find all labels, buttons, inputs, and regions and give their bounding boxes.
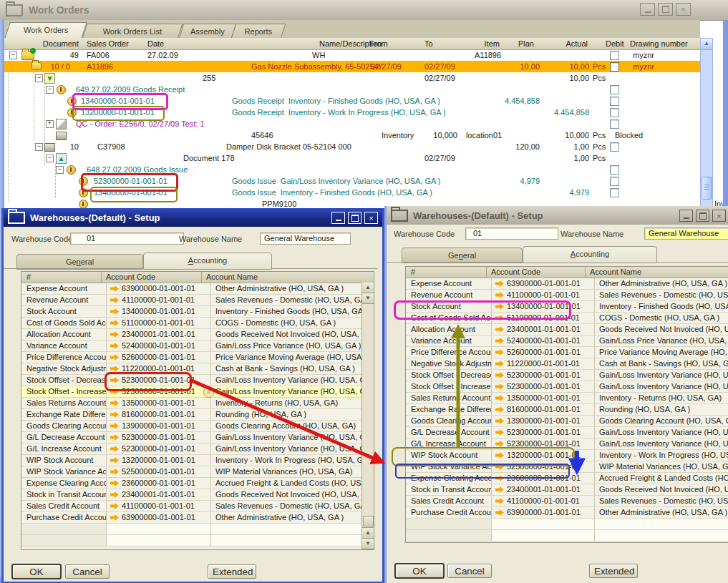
wo-row-document-178[interactable]: − ▲ Document 178 02/27/09 1,00 Pcs [4,152,700,164]
minimize-icon[interactable] [679,210,693,222]
link-arrow-icon[interactable] [495,452,504,459]
collapse-icon[interactable]: − [46,86,54,94]
extended-button[interactable]: Extended [589,564,638,578]
debit-checkbox[interactable] [610,97,619,106]
account-code-cell[interactable]: 63900000-01-001-01 [492,278,595,289]
link-arrow-icon[interactable] [110,308,119,315]
link-arrow-icon[interactable] [110,514,119,521]
warehouse-name-field[interactable]: General Warehouse [260,232,351,245]
account-row[interactable]: Expense Clearing Account 23600000-01-001… [21,478,362,489]
account-code-cell[interactable]: 52300000-01-001-01 [107,375,211,386]
link-arrow-icon[interactable] [495,383,504,390]
account-code-cell[interactable]: 52600000-01-001-01 [492,347,595,358]
account-code-cell[interactable]: 52400000-01-001-01 [492,335,595,346]
link-arrow-icon[interactable] [495,486,504,493]
account-code-cell[interactable]: 51100000-01-001-01 [492,313,595,323]
work-orders-scrollbar[interactable]: ▲ [700,38,713,209]
account-row[interactable]: Price Difference Account 52600000-01-001… [21,352,362,363]
account-row[interactable]: Goods Clearing Account 13900000-01-001-0… [21,421,362,432]
scrollbar-thumb[interactable] [702,177,712,200]
account-code-cell[interactable]: 52300000-01-001-01 [492,427,595,438]
account-code-cell[interactable]: 52600000-01-001-01 [107,352,211,363]
account-code-cell[interactable]: 52300000-01-001-01 [492,381,595,392]
link-arrow-icon[interactable] [110,388,119,395]
account-code-cell[interactable]: 52300000-01-001-01 [107,432,211,443]
link-arrow-icon[interactable] [110,480,119,486]
account-code-cell[interactable]: 63900000-01-001-01 [107,283,211,294]
scroll-up-icon[interactable]: ▲ [701,39,712,50]
wo-row-gr-account-1[interactable]: 13400000-01-001-01 Goods Receipt Invento… [4,95,700,107]
link-arrow-icon[interactable] [110,434,119,441]
link-arrow-icon[interactable] [495,418,504,424]
account-row[interactable]: Allocation Account 23400001-01-001-01 Go… [21,329,362,341]
debit-checkbox[interactable] [610,51,619,60]
debit-checkbox[interactable] [610,108,619,117]
account-code-cell[interactable]: 41100000-01-001-01 [107,295,211,305]
ok-button[interactable]: OK [395,564,444,578]
wo-row-component[interactable]: − 10 C37908 Damper Disk Bracket 05-52104… [4,141,700,152]
tab-work-orders-list[interactable]: Work Orders List [82,24,183,39]
link-arrow-icon[interactable] [110,297,119,303]
scroll-up-icon[interactable]: ▲ [362,283,374,293]
account-code-cell[interactable]: 13500000-01-001-01 [492,393,595,403]
debit-checkbox[interactable] [610,85,619,94]
warehouse-code-field[interactable]: 01 [70,232,184,245]
link-arrow-icon[interactable] [495,326,504,333]
link-arrow-icon[interactable] [495,361,504,367]
account-row[interactable]: Stock Offset - Increase Acc 52300000-01-… [406,381,728,393]
collapse-icon[interactable]: − [9,52,17,59]
account-row[interactable]: Stock Offset - Decrease Acc 52300000-01-… [21,375,362,386]
account-code-cell[interactable]: 23400001-01-001-01 [107,329,211,340]
close-icon[interactable]: × [364,212,378,224]
account-row[interactable]: Variance Account 52400000-01-001-01 Gain… [21,341,362,352]
tab-accounting[interactable]: Accounting [143,253,272,270]
account-code-cell[interactable]: 52300000-01-001-01 [492,370,595,381]
account-code-cell[interactable]: 41100000-01-001-01 [107,501,211,511]
warehouses-titlebar[interactable]: Warehouses-(Default) - Setup × [4,208,382,227]
account-code-cell[interactable]: 13900000-01-001-01 [492,416,595,426]
link-arrow-icon[interactable] [495,292,504,298]
collapse-icon[interactable]: − [35,74,43,82]
cancel-button[interactable]: Cancel [447,564,492,578]
account-row[interactable]: G/L Decrease Account 52300000-01-001-01 … [406,427,728,439]
link-arrow-icon[interactable] [495,303,504,310]
account-code-cell[interactable]: 63900000-01-001-01 [492,507,595,518]
account-code-cell[interactable]: 23400001-01-001-01 [107,489,211,500]
account-code-cell[interactable]: 52300000-01-001-01 [107,444,211,454]
debit-checkbox[interactable] [610,188,619,197]
debit-checkbox[interactable] [610,177,619,186]
account-row[interactable]: Stock Offset - Decrease Acc 52300000-01-… [406,370,728,381]
expand-icon[interactable]: + [46,120,54,128]
ok-button[interactable]: OK [12,564,61,579]
minimize-icon[interactable] [640,3,655,16]
close-icon[interactable]: × [712,210,726,222]
link-arrow-icon[interactable] [110,320,119,326]
account-row[interactable]: WIP Stock Account 13200000-01-001-01 Inv… [406,450,728,461]
tab-general[interactable]: General [402,248,523,263]
account-code-cell[interactable]: 52500000-01-001-01 [107,466,211,477]
account-code-cell[interactable]: 51100000-01-001-01 [107,318,211,328]
tab-accounting[interactable]: Accounting [523,246,657,263]
minimize-icon[interactable] [331,212,345,224]
debit-checkbox[interactable] [610,62,619,72]
wo-row-goods-issue-doc[interactable]: − 648 27.02.2009 Goods Issue [4,164,700,175]
account-row[interactable]: Negative Stock Adjustment Acc 11220000-0… [21,363,362,375]
warehouses-titlebar[interactable]: Warehouses-(Default) - Setup × [387,206,728,225]
wo-row-gi-account-1[interactable]: 52300000-01-001-01 Goods Issue Gain/Loss… [4,175,700,187]
link-arrow-icon[interactable] [495,498,504,504]
account-code-cell[interactable]: 11220000-01-001-01 [492,358,595,369]
wo-row-qc-order[interactable]: + QC - Order: E256/0, 02/27/09 Test: 1 [4,118,700,129]
account-row[interactable]: Exchange Rate Differences 81600000-01-00… [406,404,728,416]
close-icon[interactable]: × [676,3,691,16]
account-code-cell[interactable]: 13900000-01-001-01 [107,421,211,431]
account-code-cell[interactable]: 52500000-01-001-01 [492,461,595,472]
cancel-button[interactable]: Cancel [65,564,110,579]
debit-checkbox[interactable] [610,165,619,175]
account-row[interactable]: WIP Stock Account 13200000-01-001-01 Inv… [21,455,362,466]
account-row[interactable]: Stock Account 13400000-01-001-01 Invento… [21,306,362,318]
account-row[interactable]: Stock in Transit Account 23400001-01-001… [21,489,362,501]
account-code-cell[interactable]: 52300000-01-001-01 [107,386,211,397]
account-row[interactable]: Sales Credit Account 41100000-01-001-01 … [406,496,728,507]
tab-assembly[interactable]: Assembly [179,24,237,39]
account-row[interactable]: Cost of Goods Sold Account 51100000-01-0… [406,313,728,324]
